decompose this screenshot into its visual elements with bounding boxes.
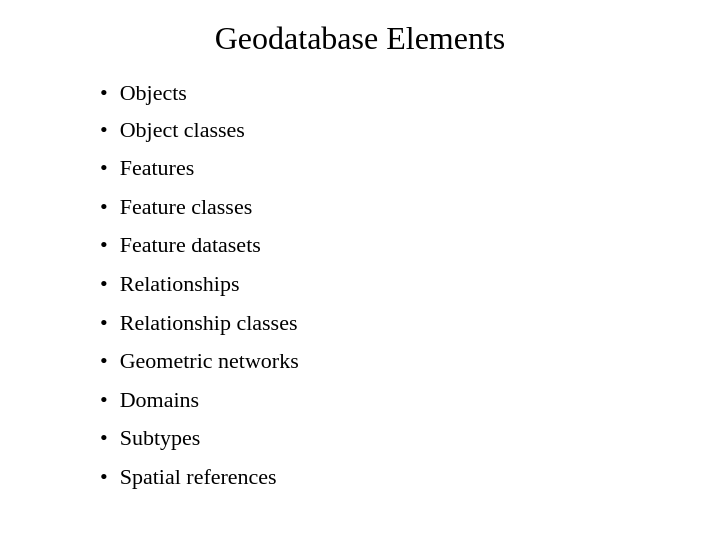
list-item-relationships: •Relationships	[100, 266, 680, 303]
item-label-spatial-references: Spatial references	[120, 463, 277, 492]
bullet-icon-object-classes: •	[100, 119, 108, 141]
bullet-icon-relationship-classes: •	[100, 312, 108, 334]
item-label-domains: Domains	[120, 386, 199, 415]
bullet-icon-objects: •	[100, 82, 108, 104]
item-label-feature-classes: Feature classes	[120, 193, 253, 222]
item-label-feature-datasets: Feature datasets	[120, 231, 261, 260]
list-item-relationship-classes: •Relationship classes	[100, 305, 680, 342]
bullet-icon-feature-datasets: •	[100, 234, 108, 256]
item-label-object-classes: Object classes	[120, 116, 245, 145]
list-item-feature-datasets: •Feature datasets	[100, 227, 680, 264]
list-item-spatial-references: •Spatial references	[100, 459, 680, 496]
list-item-subtypes: •Subtypes	[100, 420, 680, 457]
item-label-subtypes: Subtypes	[120, 424, 201, 453]
list-item-object-classes: •Object classes	[100, 112, 680, 149]
item-label-features: Features	[120, 154, 195, 183]
bullet-icon-spatial-references: •	[100, 466, 108, 488]
item-label-geometric-networks: Geometric networks	[120, 347, 299, 376]
bullet-icon-feature-classes: •	[100, 196, 108, 218]
bullet-icon-domains: •	[100, 389, 108, 411]
list-item-domains: •Domains	[100, 382, 680, 419]
list-item-objects: •Objects	[100, 75, 680, 112]
bullet-icon-subtypes: •	[100, 427, 108, 449]
item-label-objects: Objects	[120, 79, 187, 108]
item-label-relationships: Relationships	[120, 270, 240, 299]
item-label-relationship-classes: Relationship classes	[120, 309, 298, 338]
bullet-icon-features: •	[100, 157, 108, 179]
bullet-icon-relationships: •	[100, 273, 108, 295]
page-title: Geodatabase Elements	[40, 20, 680, 57]
list-item-features: •Features	[100, 150, 680, 187]
list-item-feature-classes: •Feature classes	[100, 189, 680, 226]
list-item-geometric-networks: •Geometric networks	[100, 343, 680, 380]
bullet-icon-geometric-networks: •	[100, 350, 108, 372]
elements-list: •Objects•Object classes•Features•Feature…	[40, 75, 680, 496]
